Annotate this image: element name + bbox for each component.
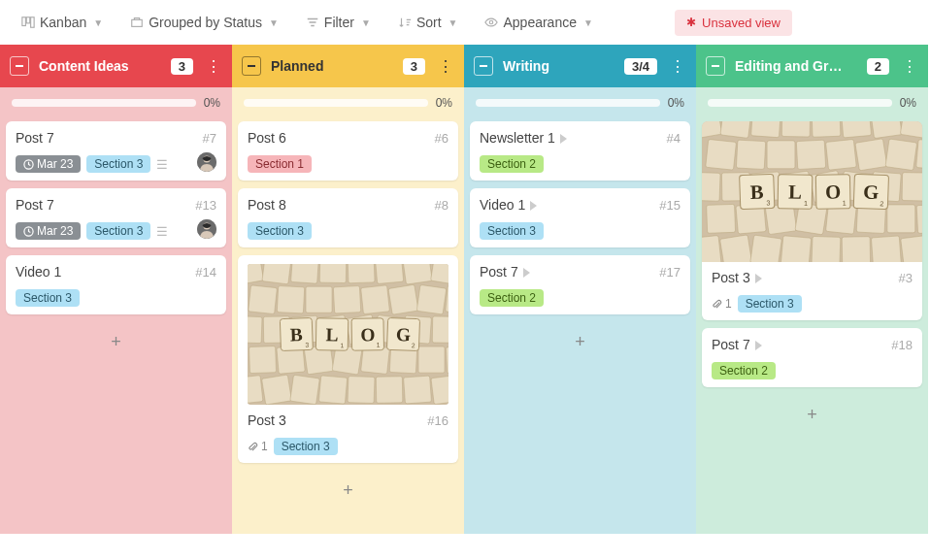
kanban-card[interactable]: Post 7 #17 Section 2 [470, 255, 690, 314]
svg-rect-104 [901, 235, 922, 262]
section-tag: Section 3 [274, 438, 338, 455]
group-by-selector[interactable]: Grouped by Status ▼ [130, 15, 279, 30]
section-tag: Section 3 [248, 222, 312, 240]
svg-rect-3 [132, 19, 143, 26]
column-count: 3 [171, 58, 193, 75]
progress-bar [244, 99, 428, 107]
add-card-button[interactable]: + [0, 318, 232, 366]
add-card-button[interactable]: + [464, 318, 696, 366]
card-tags: Mar 23Section 3☰ [16, 155, 216, 173]
avatar[interactable] [197, 152, 216, 172]
kanban-card[interactable]: Post 8 #8 Section 3 [238, 188, 458, 247]
svg-rect-2 [31, 17, 35, 28]
card-top-row: Post 7 #18 [712, 337, 913, 352]
svg-rect-50 [404, 376, 432, 404]
card-number: #4 [667, 131, 681, 146]
svg-rect-48 [348, 377, 375, 404]
sort-selector[interactable]: Sort ▼ [398, 15, 458, 30]
column-menu[interactable]: ⋮ [899, 57, 918, 76]
column-title: Editing and Gr… [735, 58, 857, 74]
collapse-button[interactable] [474, 56, 493, 76]
svg-rect-88 [902, 173, 922, 201]
svg-point-4 [490, 20, 494, 24]
card-tags: 1Section 3 [712, 295, 913, 313]
add-card-button[interactable]: + [696, 391, 928, 439]
kanban-card[interactable]: B 3 L 1 O 1 G 2 Post 3 #3 1Section 3 [702, 121, 922, 320]
card-top-row: Post 6 #6 [248, 130, 448, 146]
asterisk-icon: ✱ [686, 16, 696, 29]
section-tag: Section 1 [248, 155, 312, 173]
svg-text:O: O [360, 324, 375, 345]
dots-icon: ⋮ [670, 57, 684, 76]
column-yellow: Planned 3 ⋮ 0% Post 6 #6 Section 1 Post … [232, 45, 464, 534]
chevron-down-icon: ▼ [269, 17, 279, 28]
progress-text: 0% [204, 96, 220, 110]
card-tags: Section 1 [248, 155, 448, 173]
add-card-button[interactable]: + [232, 467, 464, 514]
column-menu[interactable]: ⋮ [667, 57, 686, 76]
card-title: Newsletter 1 [480, 130, 567, 146]
appearance-selector[interactable]: Appearance ▼ [484, 15, 592, 30]
card-top-row: Newsletter 1 #4 [480, 130, 681, 146]
card-top-row: Post 8 #8 [248, 197, 448, 213]
toolbar: Kanban ▼ Grouped by Status ▼ Filter ▼ So… [0, 0, 930, 45]
play-icon [755, 274, 762, 283]
svg-rect-28 [248, 316, 262, 344]
kanban-card[interactable]: Post 7 #7 Mar 23Section 3☰ [6, 121, 226, 181]
collapse-button[interactable] [10, 56, 29, 76]
chevron-down-icon: ▼ [361, 17, 371, 28]
kanban-card[interactable]: Post 7 #18 Section 2 [702, 328, 922, 387]
card-tags: Section 2 [480, 155, 681, 173]
svg-text:1: 1 [804, 199, 808, 208]
svg-text:2: 2 [412, 342, 415, 348]
view-type-selector[interactable]: Kanban ▼ [21, 15, 103, 30]
kanban-card[interactable]: Video 1 #15 Section 3 [470, 188, 690, 247]
svg-rect-0 [22, 17, 26, 26]
progress-text: 0% [668, 96, 684, 110]
svg-rect-35 [432, 316, 448, 344]
collapse-button[interactable] [242, 56, 261, 76]
column-menu[interactable]: ⋮ [435, 57, 454, 76]
svg-rect-44 [248, 376, 263, 405]
kanban-card[interactable]: Post 7 #13 Mar 23Section 3☰ [6, 188, 226, 247]
unsaved-view-badge[interactable]: ✱ Unsaved view [675, 10, 792, 36]
svg-rect-26 [416, 284, 447, 314]
kanban-card[interactable]: B 3 L 1 O 1 G 2 Post 3 #16 1Section 3 [238, 255, 458, 463]
section-tag: Section 3 [86, 222, 150, 240]
column-header: Content Ideas 3 ⋮ [0, 45, 232, 87]
card-top-row: Post 7 #13 [16, 197, 216, 213]
svg-rect-42 [418, 346, 445, 373]
avatar[interactable] [197, 219, 216, 239]
svg-rect-1 [26, 17, 30, 23]
progress-text: 0% [436, 96, 452, 110]
filter-icon [306, 16, 319, 29]
collapse-button[interactable] [706, 56, 725, 76]
column-teal: Writing 3/4 ⋮ 0% Newsletter 1 #4 Section… [464, 45, 696, 534]
column-count: 3 [403, 58, 425, 75]
column-title: Writing [503, 58, 614, 74]
svg-rect-22 [306, 286, 332, 313]
column-title: Planned [271, 58, 393, 74]
group-by-label: Grouped by Status [149, 15, 262, 30]
svg-text:O: O [825, 181, 841, 203]
column-title: Content Ideas [39, 58, 161, 74]
description-icon: ☰ [156, 224, 168, 239]
kanban-card[interactable]: Newsletter 1 #4 Section 2 [470, 121, 690, 181]
svg-rect-70 [841, 121, 871, 138]
column-menu[interactable]: ⋮ [203, 57, 222, 76]
sort-icon [398, 16, 412, 29]
card-number: #16 [427, 413, 448, 428]
svg-text:L: L [325, 324, 338, 345]
kanban-card[interactable]: Video 1 #14 Section 3 [6, 255, 226, 314]
section-tag: Section 2 [480, 289, 544, 307]
svg-rect-100 [781, 236, 811, 262]
card-tags: Mar 23Section 3☰ [16, 222, 216, 240]
kanban-card[interactable]: Post 6 #6 Section 1 [238, 121, 458, 181]
svg-rect-79 [885, 139, 917, 171]
column-count: 2 [867, 58, 889, 75]
filter-selector[interactable]: Filter ▼ [306, 15, 371, 30]
card-number: #7 [203, 131, 216, 146]
dots-icon: ⋮ [438, 57, 452, 76]
card-title: Post 7 [16, 130, 54, 146]
svg-text:3: 3 [305, 342, 309, 348]
